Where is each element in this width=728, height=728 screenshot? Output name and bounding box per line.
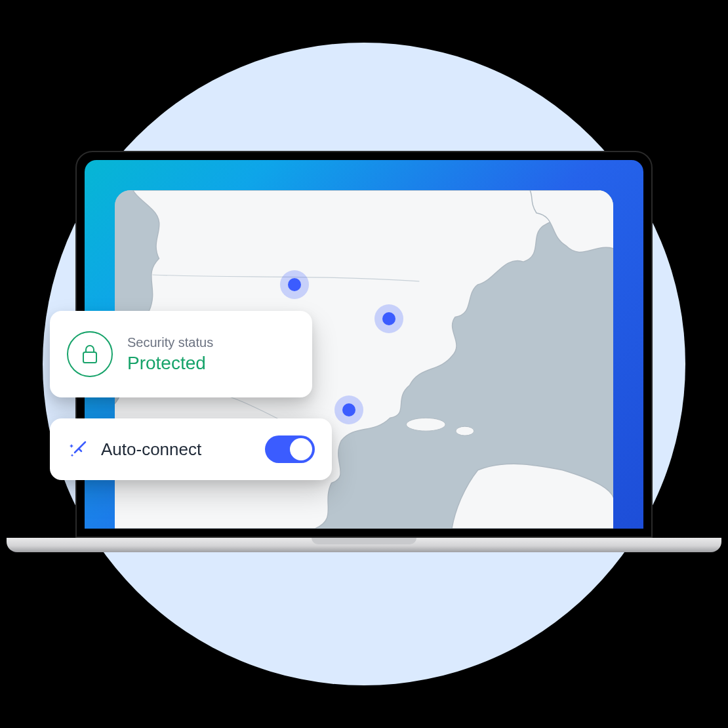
svg-point-1 [407, 418, 446, 431]
svg-line-5 [79, 449, 81, 451]
laptop-hinge-notch [312, 538, 416, 544]
laptop-base [7, 538, 721, 552]
lock-icon [67, 331, 113, 377]
svg-point-2 [456, 426, 474, 435]
auto-connect-toggle[interactable] [265, 435, 315, 463]
map-marker[interactable] [334, 395, 363, 424]
svg-rect-3 [83, 352, 96, 363]
auto-connect-card: Auto-connect [50, 418, 332, 480]
map-marker[interactable] [280, 270, 309, 299]
map-marker[interactable] [374, 304, 403, 333]
toggle-knob [290, 438, 312, 460]
magic-wand-icon [67, 438, 89, 460]
security-status-label: Security status [127, 335, 213, 350]
security-status-value: Protected [127, 353, 213, 374]
auto-connect-label: Auto-connect [101, 439, 253, 460]
security-status-card: Security status Protected [50, 311, 312, 397]
